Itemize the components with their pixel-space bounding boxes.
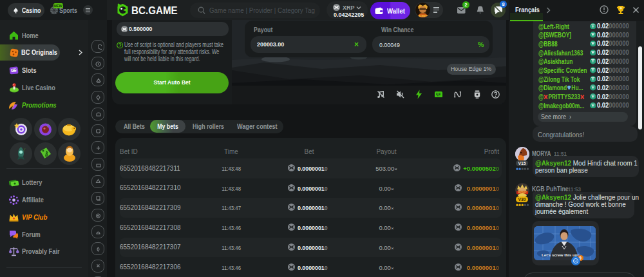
svg-text:ALWAYS: ALWAYS	[419, 15, 428, 17]
svg-text:Let's screw this up!: Let's screw this up!	[542, 253, 579, 257]
